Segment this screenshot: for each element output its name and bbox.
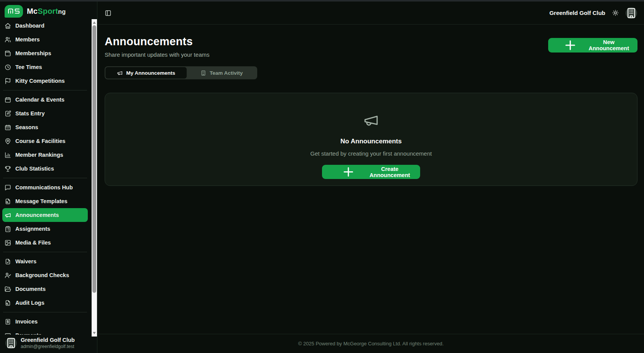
sidebar-item-waivers[interactable]: Waivers <box>2 254 88 268</box>
sidebar-account-info: Greenfield Golf Club admin@greenfieldgol… <box>21 337 75 349</box>
sidebar-item-label: Club Statistics <box>15 166 54 172</box>
sidebar-item-label: Seasons <box>15 124 38 130</box>
file-search-icon <box>5 198 11 205</box>
plus-icon <box>557 38 584 53</box>
calendar-days-icon <box>5 124 11 131</box>
calendar-icon <box>5 97 11 103</box>
clipboard-list-icon <box>5 226 11 232</box>
megaphone-icon <box>5 212 11 218</box>
sidebar-item-label: Tee Times <box>15 64 42 70</box>
sidebar-item-announcements[interactable]: Announcements <box>2 208 88 222</box>
plus-icon <box>332 165 365 179</box>
page-title: Announcements <box>105 35 209 48</box>
account-menu-button[interactable] <box>626 7 637 19</box>
empty-state-subtitle: Get started by creating your first annou… <box>310 150 432 157</box>
megaphone-icon <box>363 112 379 128</box>
brand-logo[interactable]: McSportng <box>0 2 97 18</box>
copyright-text: © 2025 Powered by McGeorge Consulting Lt… <box>298 341 444 346</box>
tab-label: My Announcements <box>126 70 175 76</box>
sidebar: McSportng DashboardMembersMembershipsTee… <box>0 2 97 353</box>
sidebar-account[interactable]: Greenfield Golf Club admin@greenfieldgol… <box>0 335 97 353</box>
empty-state-title: No Announcements <box>340 138 402 145</box>
triangle-up-icon <box>93 21 96 24</box>
clock-icon <box>5 64 11 71</box>
sidebar-item-audit-logs[interactable]: Audit Logs <box>2 296 88 310</box>
sidebar-item-label: Members <box>15 36 40 43</box>
sidebar-item-dashboard[interactable]: Dashboard <box>2 19 88 33</box>
header-club-name: Greenfield Golf Club <box>549 10 605 16</box>
sidebar-item-label: Message Templates <box>15 198 67 204</box>
users-icon <box>5 36 11 43</box>
sidebar-item-stats-entry[interactable]: Stats Entry <box>2 107 88 120</box>
page-footer: © 2025 Powered by McGeorge Consulting Lt… <box>98 334 644 353</box>
sidebar-scrollbar[interactable] <box>92 19 97 337</box>
create-announcement-label: Create Announcement <box>370 166 410 178</box>
sidebar-item-member-rankings[interactable]: Member Rankings <box>2 148 88 162</box>
tab-team-activity[interactable]: Team Activity <box>187 67 256 79</box>
user-check-icon <box>5 272 11 279</box>
sidebar-item-label: Kitty Competitions <box>15 78 65 84</box>
theme-toggle-button[interactable] <box>612 10 619 16</box>
sidebar-item-label: Media & Files <box>15 240 51 246</box>
sidebar-item-label: Course & Facilities <box>15 138 66 144</box>
file-search-icon <box>5 300 11 306</box>
sidebar-item-message-templates[interactable]: Message Templates <box>2 194 88 208</box>
sidebar-item-seasons[interactable]: Seasons <box>2 120 88 134</box>
sidebar-item-calendar-events[interactable]: Calendar & Events <box>2 93 88 107</box>
club-avatar <box>5 337 17 349</box>
sidebar-item-memberships[interactable]: Memberships <box>2 46 88 60</box>
tab-list: My AnnouncementsTeam Activity <box>105 66 257 79</box>
sidebar-item-label: Announcements <box>15 212 59 218</box>
flag-icon <box>5 78 11 84</box>
megaphone-icon <box>363 112 379 128</box>
app-screen: McSportng DashboardMembersMembershipsTee… <box>0 0 644 353</box>
sidebar-item-tee-times[interactable]: Tee Times <box>2 60 88 74</box>
announcements-empty-card: No Announcements Get started by creating… <box>105 93 637 186</box>
brand-name-ng: ng <box>58 8 66 15</box>
header-right: Greenfield Golf Club <box>549 7 637 19</box>
sidebar-item-label: Calendar & Events <box>15 97 64 103</box>
megaphone-icon <box>117 70 123 76</box>
home-icon <box>5 23 11 29</box>
sidebar-item-label: Communications Hub <box>15 184 73 190</box>
scrollbar-down-arrow[interactable] <box>92 331 97 335</box>
sidebar-divider <box>3 312 87 312</box>
new-announcement-button[interactable]: New Announcement <box>548 38 637 53</box>
sidebar-item-documents[interactable]: Documents <box>2 282 88 296</box>
file-check-icon <box>5 258 11 265</box>
sidebar-item-members[interactable]: Members <box>2 33 88 46</box>
sidebar-item-invoices[interactable]: Invoices <box>2 315 88 328</box>
scrollbar-thumb[interactable] <box>92 25 96 293</box>
sidebar-item-communications-hub[interactable]: Communications Hub <box>2 181 88 194</box>
main-header: Greenfield Golf Club <box>98 2 644 25</box>
page-content: Announcements Share important updates wi… <box>98 25 644 186</box>
create-announcement-button[interactable]: Create Announcement <box>322 165 420 179</box>
sidebar-item-label: Audit Logs <box>15 300 44 306</box>
ms-monogram-icon <box>7 7 21 16</box>
sidebar-divider <box>3 90 87 90</box>
page-head: Announcements Share important updates wi… <box>105 35 637 58</box>
page-subtitle: Share important updates with your teams <box>105 51 209 58</box>
sidebar-admin-email: admin@greenfieldgolf.test <box>21 344 75 349</box>
building-icon <box>5 337 17 349</box>
sidebar-item-assignments[interactable]: Assignments <box>2 222 88 236</box>
sidebar-nav: DashboardMembersMembershipsTee TimesKitt… <box>0 19 97 335</box>
sidebar-item-media-files[interactable]: Media & Files <box>2 236 88 250</box>
building-icon <box>626 7 637 19</box>
sidebar-item-label: Stats Entry <box>15 110 45 117</box>
wallet-icon <box>5 50 11 57</box>
sidebar-item-background-checks[interactable]: Background Checks <box>2 268 88 282</box>
sidebar-item-kitty-competitions[interactable]: Kitty Competitions <box>2 74 88 88</box>
sidebar-item-course-facilities[interactable]: Course & Facilities <box>2 134 88 148</box>
scrollbar-up-arrow[interactable] <box>92 20 97 25</box>
sidebar-toggle-button[interactable] <box>105 10 112 16</box>
sidebar-item-label: Memberships <box>15 50 51 56</box>
sidebar-item-club-statistics[interactable]: Club Statistics <box>2 162 88 176</box>
building-icon <box>200 70 206 76</box>
sidebar-item-payments[interactable]: Payments <box>2 328 88 335</box>
sidebar-item-label: Assignments <box>15 226 50 232</box>
clipboard-pen-icon <box>5 110 11 117</box>
triangle-down-icon <box>93 332 96 334</box>
tab-my-announcements[interactable]: My Announcements <box>105 67 187 79</box>
brand-logo-badge <box>5 5 23 18</box>
